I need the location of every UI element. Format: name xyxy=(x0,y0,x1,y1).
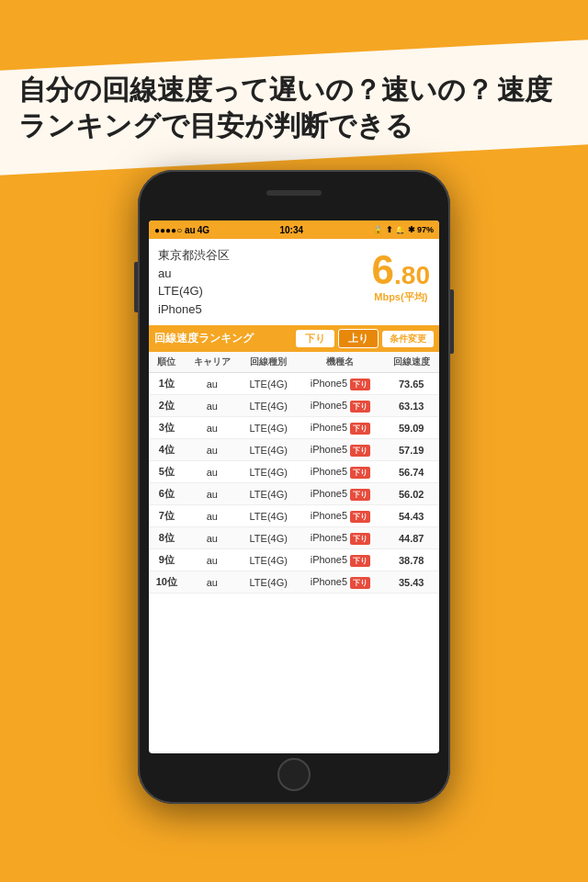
speed-cell: 57.19 xyxy=(383,439,439,461)
banner-line1: 自分の回線速度って遅いの？速いの？ xyxy=(18,74,493,105)
direction-badge: 下り xyxy=(350,423,370,435)
rank-cell: 7位 xyxy=(149,505,185,527)
ranking-table: 順位 キャリア 回線種別 機種名 回線速度 1位 au LTE(4G) iPho… xyxy=(149,352,439,594)
network-cell: LTE(4G) xyxy=(240,373,297,395)
condition-button[interactable]: 条件変更 xyxy=(382,331,434,347)
network-cell: LTE(4G) xyxy=(240,549,297,571)
device-cell: iPhone5 下り xyxy=(297,527,383,549)
carrier-cell: au xyxy=(185,549,241,571)
speed-cell: 44.87 xyxy=(383,527,439,549)
table-row: 4位 au LTE(4G) iPhone5 下り 57.19 xyxy=(149,439,439,461)
col-rank: 順位 xyxy=(149,352,185,373)
carrier-cell: au xyxy=(185,373,241,395)
direction-badge: 下り xyxy=(350,467,370,479)
network-cell: LTE(4G) xyxy=(240,439,297,461)
rank-cell: 3位 xyxy=(149,417,185,439)
device-cell: iPhone5 下り xyxy=(297,549,383,571)
table-row: 6位 au LTE(4G) iPhone5 下り 56.02 xyxy=(149,483,439,505)
direction-badge: 下り xyxy=(350,379,370,390)
carrier-text: ●●●●○ au xyxy=(154,225,196,235)
device: iPhone5 xyxy=(158,300,230,319)
carrier-cell: au xyxy=(185,395,241,417)
rank-cell: 9位 xyxy=(149,549,185,571)
carrier: au xyxy=(158,265,230,283)
speaker xyxy=(266,190,322,196)
device-cell: iPhone5 下り xyxy=(297,483,383,505)
iphone-device: ●●●●○ au 4G 10:34 🔒 ⬆ 🔔 ✱ 97% 東京都渋谷区 au … xyxy=(138,170,450,804)
table-header-row: 順位 キャリア 回線種別 機種名 回線速度 xyxy=(149,352,439,373)
device-cell: iPhone5 下り xyxy=(297,505,383,527)
rank-cell: 2位 xyxy=(149,395,185,417)
network-cell: LTE(4G) xyxy=(240,483,297,505)
speed-integer: 6 xyxy=(372,247,394,292)
carrier-cell: au xyxy=(185,461,241,483)
speed-cell: 59.09 xyxy=(383,417,439,439)
speed-display: 6.80 Mbps(平均) xyxy=(372,250,430,304)
direction-badge: 下り xyxy=(350,555,370,567)
direction-badge: 下り xyxy=(350,445,370,457)
device-cell: iPhone5 下り xyxy=(297,395,383,417)
col-network: 回線種別 xyxy=(240,352,297,373)
speed-cell: 56.74 xyxy=(383,461,439,483)
table-row: 3位 au LTE(4G) iPhone5 下り 59.09 xyxy=(149,417,439,439)
speed-cell: 54.43 xyxy=(383,505,439,527)
col-speed: 回線速度 xyxy=(383,352,439,373)
speed-cell: 56.02 xyxy=(383,483,439,505)
device-cell: iPhone5 下り xyxy=(297,417,383,439)
table-row: 5位 au LTE(4G) iPhone5 下り 56.74 xyxy=(149,461,439,483)
direction-badge: 下り xyxy=(350,401,370,413)
table-row: 9位 au LTE(4G) iPhone5 下り 38.78 xyxy=(149,549,439,571)
speed-number: 6.80 xyxy=(372,247,430,292)
tab-up-button[interactable]: 上り xyxy=(338,329,379,348)
device-cell: iPhone5 下り xyxy=(297,461,383,483)
status-right: 🔒 ⬆ 🔔 ✱ 97% xyxy=(373,225,434,234)
battery-level: 97% xyxy=(417,225,434,234)
speed-decimal: .80 xyxy=(394,261,430,289)
direction-badge: 下り xyxy=(350,511,370,523)
rank-cell: 4位 xyxy=(149,439,185,461)
table-row: 8位 au LTE(4G) iPhone5 下り 44.87 xyxy=(149,527,439,549)
tab-down-button[interactable]: 下り xyxy=(296,330,334,347)
network-cell: LTE(4G) xyxy=(240,417,297,439)
status-bar: ●●●●○ au 4G 10:34 🔒 ⬆ 🔔 ✱ 97% xyxy=(149,220,439,239)
rank-cell: 5位 xyxy=(149,461,185,483)
speed-cell: 63.13 xyxy=(383,395,439,417)
network: LTE(4G) xyxy=(158,282,230,300)
carrier-cell: au xyxy=(185,527,241,549)
carrier-cell: au xyxy=(185,483,241,505)
network-cell: LTE(4G) xyxy=(240,527,297,549)
status-icons: 🔒 ⬆ 🔔 ✱ xyxy=(373,225,415,234)
rank-cell: 6位 xyxy=(149,483,185,505)
direction-badge: 下り xyxy=(350,533,370,545)
device-cell: iPhone5 下り xyxy=(297,439,383,461)
col-carrier: キャリア xyxy=(185,352,241,373)
network-type: 4G xyxy=(198,225,209,235)
table-row: 10位 au LTE(4G) iPhone5 下り 35.43 xyxy=(149,571,439,594)
carrier-cell: au xyxy=(185,505,241,527)
carrier-cell: au xyxy=(185,417,241,439)
home-button[interactable] xyxy=(277,758,311,791)
speed-cell: 38.78 xyxy=(383,549,439,571)
carrier-cell: au xyxy=(185,571,241,594)
status-time: 10:34 xyxy=(279,225,303,235)
ranking-header: 回線速度ランキング 下り 上り 条件変更 xyxy=(149,325,439,352)
table-row: 1位 au LTE(4G) iPhone5 下り 73.65 xyxy=(149,373,439,395)
network-cell: LTE(4G) xyxy=(240,571,297,594)
rank-cell: 8位 xyxy=(149,527,185,549)
device-cell: iPhone5 下り xyxy=(297,571,383,594)
col-device: 機種名 xyxy=(297,352,383,373)
speed-cell: 35.43 xyxy=(383,571,439,594)
carrier-cell: au xyxy=(185,439,241,461)
ranking-title: 回線速度ランキング xyxy=(154,331,292,346)
device-cell: iPhone5 下り xyxy=(297,373,383,395)
location-info: 東京都渋谷区 au LTE(4G) iPhone5 xyxy=(158,246,230,318)
area: 東京都渋谷区 xyxy=(158,246,230,265)
direction-badge: 下り xyxy=(350,489,370,501)
table-row: 7位 au LTE(4G) iPhone5 下り 54.43 xyxy=(149,505,439,527)
rank-cell: 1位 xyxy=(149,373,185,395)
direction-badge: 下り xyxy=(350,577,370,589)
speed-cell: 73.65 xyxy=(383,373,439,395)
network-cell: LTE(4G) xyxy=(240,505,297,527)
rank-cell: 10位 xyxy=(149,571,185,594)
main-content: 東京都渋谷区 au LTE(4G) iPhone5 6.80 Mbps(平均) xyxy=(149,239,439,322)
